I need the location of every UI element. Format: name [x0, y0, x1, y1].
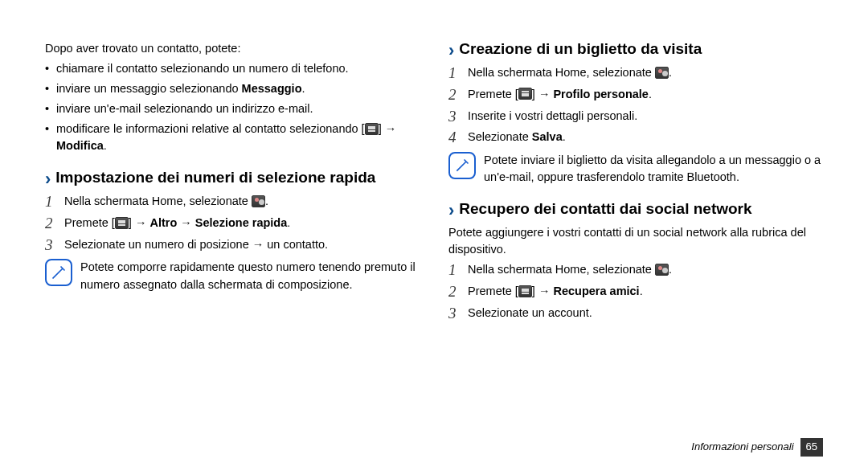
heading-speed-dial: › Impostazione dei numeri di selezione r… [45, 169, 420, 188]
contacts-icon [655, 67, 669, 79]
chevron-icon: › [448, 42, 454, 59]
bullet-call: chiamare il contatto selezionando un num… [45, 60, 420, 77]
footer-section: Informazioni personali [691, 440, 793, 455]
page-number: 65 [800, 438, 823, 457]
steps-social: 1 Nella schermata Home, selezionate . 2 … [448, 261, 823, 322]
bullet-message: inviare un messaggio selezionando Messag… [45, 80, 420, 97]
social-subtext: Potete aggiungere i vostri contatti di u… [448, 224, 823, 258]
menu-icon [518, 88, 532, 100]
heading-business-card: › Creazione di un biglietto da visita [448, 40, 823, 59]
heading-social-recovery: › Recupero dei contatti dai social netwo… [448, 200, 823, 219]
step-2: 2 Premete [] → Profilo personale. [448, 86, 823, 104]
note-icon [448, 152, 476, 179]
note-icon [45, 259, 72, 286]
left-column: Dopo aver trovato un contatto, potete: c… [45, 40, 420, 326]
bullet-edit: modificare le informazioni relative al c… [45, 121, 420, 154]
intro-bullets: chiamare il contatto selezionando un num… [45, 60, 420, 154]
step-1: 1 Nella schermata Home, selezionate . [45, 193, 420, 211]
menu-icon [518, 285, 532, 297]
step-4: 4 Selezionate Salva. [448, 129, 823, 147]
chevron-icon: › [45, 170, 51, 188]
right-column: › Creazione di un biglietto da visita 1 … [448, 40, 823, 326]
step-1: 1 Nella schermata Home, selezionate . [448, 64, 823, 83]
steps-speed-dial: 1 Nella schermata Home, selezionate . 2 … [45, 193, 420, 254]
step-3: 3 Selezionate un account. [448, 305, 823, 323]
step-3: 3 Inserite i vostri dettagli personali. [448, 108, 823, 126]
page-footer: Informazioni personali 65 [691, 438, 823, 457]
intro-text: Dopo aver trovato un contatto, potete: [45, 40, 420, 57]
step-2: 2 Premete [] → Altro → Selezione rapida. [45, 215, 420, 233]
bullet-email: inviare un'e-mail selezionando un indiri… [45, 100, 420, 117]
contacts-icon [655, 264, 669, 276]
menu-icon [365, 123, 379, 135]
contacts-icon [252, 195, 265, 207]
chevron-icon: › [448, 202, 454, 219]
steps-business-card: 1 Nella schermata Home, selezionate . 2 … [448, 64, 823, 147]
step-2: 2 Premete [] → Recupera amici. [448, 283, 823, 301]
note-business-card: Potete inviare il biglietto da visita al… [448, 152, 823, 186]
note-speed-dial: Potete comporre rapidamente questo numer… [45, 259, 420, 293]
menu-icon [115, 217, 129, 229]
step-3: 3 Selezionate un numero di posizione → u… [45, 236, 420, 255]
step-1: 1 Nella schermata Home, selezionate . [448, 261, 823, 280]
